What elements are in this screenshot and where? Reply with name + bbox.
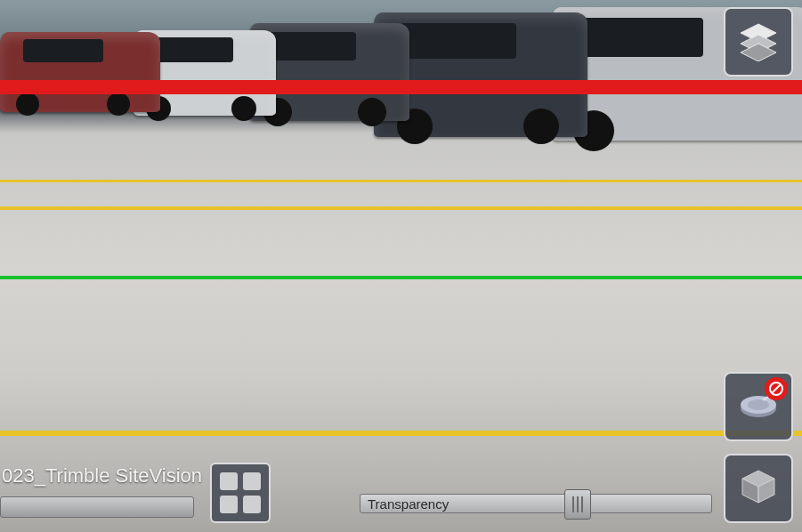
view-3d-button[interactable] — [724, 454, 793, 523]
scene-background — [0, 0, 802, 142]
slider-thumb[interactable] — [564, 489, 591, 520]
layers-button[interactable] — [724, 7, 793, 77]
slider-track[interactable]: Transparency — [360, 494, 712, 513]
layers-icon — [737, 19, 780, 65]
model-name-bar[interactable] — [0, 496, 194, 518]
ar-line-yellow — [0, 180, 802, 182]
ar-line-green — [0, 276, 802, 279]
slider-label: Transparency — [368, 496, 449, 512]
apps-grid-button[interactable] — [210, 463, 271, 523]
svg-point-5 — [748, 399, 769, 410]
ar-line-yellow — [0, 206, 802, 210]
measure-puck-button[interactable] — [724, 372, 793, 441]
svg-line-8 — [772, 384, 781, 393]
ar-line-red — [0, 80, 802, 94]
grid-icon — [220, 472, 261, 513]
cube-icon — [739, 467, 778, 510]
model-name-label: 023_Trimble SiteVision — [0, 464, 202, 488]
prohibit-icon — [765, 377, 788, 400]
ar-viewport[interactable]: 023_Trimble SiteVision Transparency — [0, 0, 802, 532]
ar-line-yellow — [0, 431, 802, 436]
transparency-slider[interactable]: Transparency — [360, 489, 712, 518]
